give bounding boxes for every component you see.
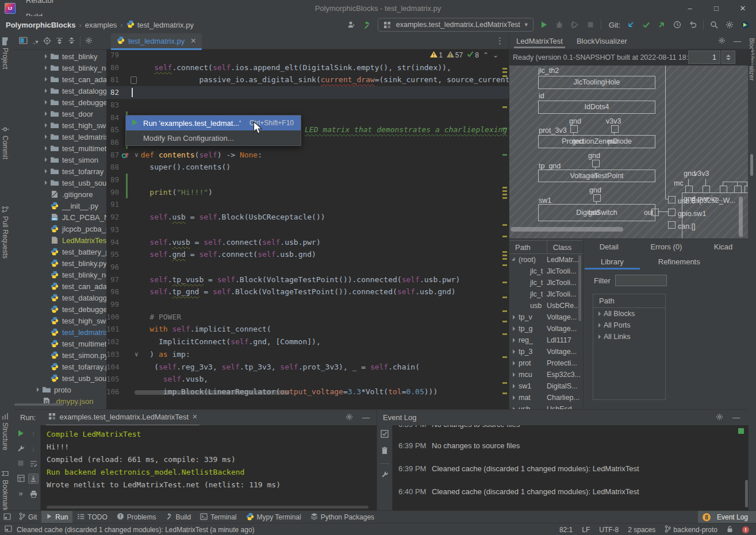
warning-stripe-mark[interactable] xyxy=(502,106,507,108)
inspector-row[interactable]: sw1DigitalS... xyxy=(509,380,583,392)
inspector-row[interactable]: protProtecti... xyxy=(509,357,583,369)
tree-item[interactable]: proto xyxy=(14,384,106,395)
chevron-right-icon[interactable] xyxy=(45,88,47,93)
inspector-row[interactable]: (root)LedMatr... xyxy=(509,254,583,265)
tree-item[interactable]: .gitignore xyxy=(14,188,106,200)
tree-item[interactable]: test_ledmatrix xyxy=(14,326,106,338)
status-item[interactable]: UTF-8 xyxy=(599,526,619,534)
mark-read-icon[interactable] xyxy=(381,430,389,440)
tree-item[interactable]: test_ledmatrix xyxy=(14,131,106,143)
pin[interactable] xyxy=(685,186,693,193)
stripe-tab-pull-requests[interactable]: Pull Requests xyxy=(1,206,9,259)
event-log-entry[interactable]: 6:39 PMNo changes to source files xyxy=(393,441,738,452)
git-update-icon[interactable] xyxy=(625,20,636,30)
code-line[interactable]: 80self.connect(self.ios.append_elt(Digit… xyxy=(106,61,509,74)
diagram-block[interactable]: VoltageTestPointin xyxy=(538,170,655,182)
chevron-right-icon[interactable] xyxy=(513,315,515,320)
pin[interactable] xyxy=(651,209,659,216)
chevron-right-icon[interactable] xyxy=(45,169,47,174)
tool-window-mypy-terminal[interactable]: Mypy Terminal xyxy=(241,511,306,524)
code-line[interactable]: 82 xyxy=(106,86,509,99)
filter-input[interactable] xyxy=(615,275,667,286)
stripe-tab-bookmarks[interactable]: Bookmarks xyxy=(1,470,9,514)
vertical-scrollbar[interactable] xyxy=(739,197,743,237)
code-line[interactable]: 87def contents(self) -> None: xyxy=(106,149,509,161)
user-icon[interactable] xyxy=(347,20,357,30)
horizontal-scrollbar[interactable] xyxy=(135,390,290,395)
tree-item[interactable]: test_usb_sourc xyxy=(14,372,106,384)
project-view-icon[interactable] xyxy=(19,37,28,46)
minimize-icon[interactable]: – xyxy=(677,0,703,16)
tree-item[interactable]: test_door xyxy=(14,108,106,120)
chevron-right-icon[interactable] xyxy=(45,180,47,185)
rerun-button[interactable] xyxy=(16,429,25,438)
next-problem-icon[interactable]: ⌄ xyxy=(493,51,498,59)
pin[interactable] xyxy=(734,186,742,193)
warning-stripe-mark[interactable] xyxy=(502,333,507,335)
pin[interactable] xyxy=(703,186,710,193)
warning-stripe-mark[interactable] xyxy=(502,282,507,283)
tree-item[interactable]: test_blinky.py xyxy=(14,257,106,269)
pin[interactable] xyxy=(570,125,578,133)
chevron-right-icon[interactable] xyxy=(45,66,47,70)
warning-stripe-mark[interactable] xyxy=(502,255,507,256)
horizontal-scrollbar[interactable] xyxy=(47,506,369,509)
context-menu-item[interactable]: Modify Run Configuration... xyxy=(126,130,301,145)
library-row[interactable]: All Ports xyxy=(593,320,665,331)
pin[interactable] xyxy=(668,209,676,216)
chevron-right-icon[interactable] xyxy=(513,338,515,342)
inspector-row[interactable]: matCharliep... xyxy=(509,392,583,403)
warning-stripe-mark[interactable] xyxy=(502,321,507,322)
more-chevrons[interactable]: » xyxy=(16,488,25,498)
run-button[interactable] xyxy=(539,20,549,30)
chevron-right-icon[interactable] xyxy=(513,349,515,354)
tree-item[interactable]: test_datalogge xyxy=(14,292,106,303)
chevron-box[interactable] xyxy=(509,349,519,354)
git-commit-icon[interactable] xyxy=(641,20,651,30)
chevron-right-icon[interactable] xyxy=(513,372,515,377)
tree-item[interactable]: test_usb_sourc xyxy=(14,177,106,188)
expand-all-icon[interactable] xyxy=(56,37,63,46)
gear-icon[interactable] xyxy=(346,413,353,422)
debug-button[interactable] xyxy=(554,20,565,30)
search-icon[interactable] xyxy=(709,20,719,30)
gear-icon[interactable] xyxy=(85,37,93,46)
code-line[interactable]: 104(self.reg_3v3, self.tp_3v3, self.prot… xyxy=(106,361,509,374)
code-line[interactable]: 83 xyxy=(106,99,509,111)
run-tab[interactable]: examples.test_ledmatrix.LedMatrixTest ✕ xyxy=(46,410,199,426)
code-with-me-icon[interactable] xyxy=(740,20,750,30)
chevron-right-icon[interactable] xyxy=(45,134,47,139)
tool-window-event-log[interactable]: 8 Event Log xyxy=(698,511,756,524)
visualizer-tab-blockvisualizer[interactable]: BlockVisualizer xyxy=(570,33,634,49)
chevron-right-icon[interactable] xyxy=(45,111,47,116)
tab-refinements[interactable]: Refinements xyxy=(641,254,717,270)
chevron-box[interactable] xyxy=(509,361,519,365)
tab-library[interactable]: Library xyxy=(584,254,641,270)
pin[interactable] xyxy=(720,186,727,193)
fold-icon[interactable]: ∨ xyxy=(135,152,140,158)
code-line[interactable]: 88super().contents() xyxy=(106,161,509,174)
code-line[interactable]: 91 xyxy=(106,198,509,211)
code-line[interactable]: 94self.vusb = self.connect(self.usb.pwr) xyxy=(106,236,509,249)
vertical-scrollbar[interactable] xyxy=(578,255,581,321)
tree-item[interactable]: jlcpcb_pcba_p xyxy=(14,223,106,234)
prev-problem-icon[interactable]: ⌃ xyxy=(483,51,489,59)
tree-item[interactable]: test_tofarray.p xyxy=(14,361,106,372)
view-options-icon[interactable]: .,▾ xyxy=(32,39,39,45)
gear-icon[interactable] xyxy=(716,413,723,422)
inspector-row[interactable]: tp_3Voltage... xyxy=(509,346,583,357)
chevron-box[interactable] xyxy=(509,257,519,262)
event-log-entry[interactable]: 6:39 PMNo changes to source files xyxy=(393,425,738,430)
minimize-icon[interactable]: — xyxy=(734,37,741,46)
chevron-box[interactable] xyxy=(596,323,604,328)
chevron-box[interactable] xyxy=(509,326,519,331)
history-icon[interactable] xyxy=(672,20,682,30)
status-item[interactable]: 82:1 xyxy=(559,526,573,534)
tree-item[interactable]: ?LedMatrixTest xyxy=(14,234,106,246)
tool-window-todo[interactable]: TODO xyxy=(72,511,112,524)
tree-item[interactable]: test_datalogge xyxy=(14,85,106,97)
code-line[interactable]: 101with self.implicit_connect( xyxy=(106,323,509,336)
code-line[interactable]: 81passive_io.as_digital_sink(current_dra… xyxy=(106,74,509,86)
tool-window-run[interactable]: Run xyxy=(41,511,72,524)
horizontal-scrollbar[interactable] xyxy=(14,403,64,406)
